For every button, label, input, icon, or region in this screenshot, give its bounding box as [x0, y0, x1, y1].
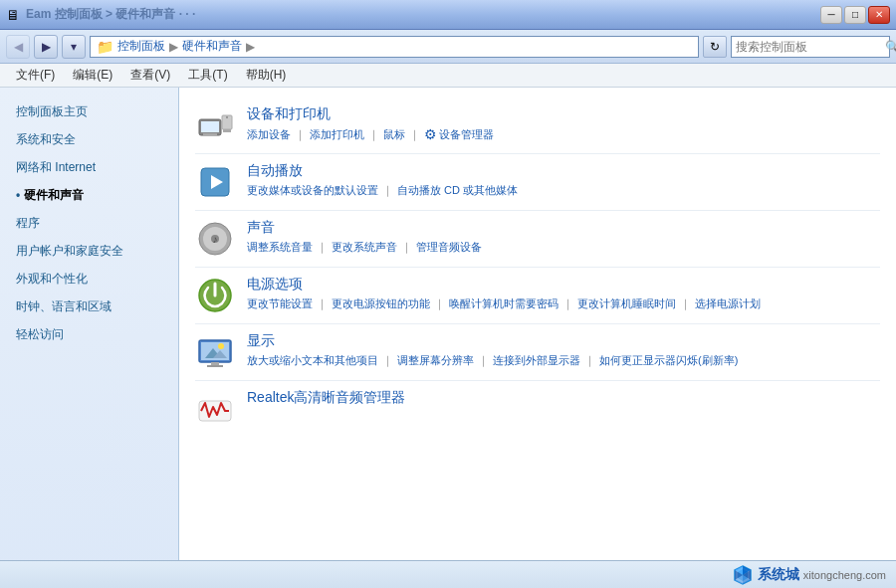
refresh-button[interactable]: ↻	[703, 36, 727, 58]
search-icon[interactable]: 🔍	[885, 38, 896, 56]
menu-view[interactable]: 查看(V)	[122, 65, 178, 86]
menu-edit[interactable]: 编辑(E)	[65, 65, 120, 86]
menu-tools[interactable]: 工具(T)	[180, 65, 235, 86]
main-content: 控制面板主页 系统和安全 网络和 Internet 硬件和声音 程序 用户帐户和…	[0, 88, 896, 587]
window-title: Eam 控制面板 > 硬件和声音 · · ·	[26, 6, 195, 23]
search-input[interactable]	[736, 40, 885, 54]
category-power: 电源选项 更改节能设置 ｜ 更改电源按钮的功能 ｜ 唤醒计算机时需要密码 ｜ 更…	[195, 268, 880, 324]
devices-title[interactable]: 设备和打印机	[247, 105, 880, 123]
restore-button[interactable]: □	[844, 6, 866, 24]
category-display: 显示 放大或缩小文本和其他项目 ｜ 调整屏幕分辨率 ｜ 连接到外部显示器 ｜ 如…	[195, 324, 880, 381]
devices-link-add-printer[interactable]: 添加打印机	[310, 127, 364, 142]
autoplay-icon	[195, 162, 235, 202]
title-bar-left: 🖥 Eam 控制面板 > 硬件和声音 · · ·	[6, 6, 820, 23]
breadcrumb: 📁 控制面板 ▶ 硬件和声音 ▶	[97, 38, 255, 55]
devices-icon	[195, 105, 235, 145]
forward-button[interactable]: ▶	[34, 35, 58, 59]
power-links: 更改节能设置 ｜ 更改电源按钮的功能 ｜ 唤醒计算机时需要密码 ｜ 更改计算机睡…	[247, 296, 880, 311]
sound-link-system-sound[interactable]: 更改系统声音	[332, 240, 397, 255]
back-button[interactable]: ◀	[6, 35, 30, 59]
power-link-wakeup[interactable]: 唤醒计算机时需要密码	[449, 296, 559, 311]
sound-icon: ♪	[195, 219, 235, 259]
window-icon: 🖥	[6, 7, 20, 23]
address-input[interactable]: 📁 控制面板 ▶ 硬件和声音 ▶	[90, 36, 699, 58]
sidebar-item-ease[interactable]: 轻松访问	[0, 320, 178, 348]
breadcrumb-sep-1: ▶	[169, 40, 178, 54]
display-link-external[interactable]: 连接到外部显示器	[493, 353, 580, 368]
display-link-zoom[interactable]: 放大或缩小文本和其他项目	[247, 353, 378, 368]
sound-links: 调整系统音量 ｜ 更改系统声音 ｜ 管理音频设备	[247, 240, 880, 255]
dropdown-button[interactable]: ▾	[62, 35, 86, 59]
breadcrumb-sep-2: ▶	[246, 40, 255, 54]
devices-links: 添加设备 ｜ 添加打印机 ｜ 鼠标 ｜ ⚙ 设备管理器	[247, 126, 880, 142]
sidebar-item-security[interactable]: 系统和安全	[0, 125, 178, 153]
display-link-refresh[interactable]: 如何更正显示器闪烁(刷新率)	[599, 353, 738, 368]
sidebar-item-home[interactable]: 控制面板主页	[0, 98, 178, 125]
content-area: 设备和打印机 添加设备 ｜ 添加打印机 ｜ 鼠标 ｜ ⚙ 设备管理器	[179, 88, 896, 587]
svg-point-19	[218, 343, 224, 349]
address-bar: ◀ ▶ ▾ 📁 控制面板 ▶ 硬件和声音 ▶ ↻ 🔍	[0, 30, 896, 64]
display-icon	[195, 332, 235, 372]
autoplay-link-cd[interactable]: 自动播放 CD 或其他媒体	[397, 183, 518, 198]
svg-rect-2	[203, 133, 217, 135]
display-title[interactable]: 显示	[247, 332, 880, 350]
devices-link-mouse[interactable]: 鼠标	[383, 127, 405, 142]
minimize-button[interactable]: ─	[820, 6, 842, 24]
sidebar-item-hardware[interactable]: 硬件和声音	[0, 181, 178, 209]
sound-info: 声音 调整系统音量 ｜ 更改系统声音 ｜ 管理音频设备	[247, 219, 880, 255]
svg-point-5	[226, 116, 228, 118]
sidebar-item-clock[interactable]: 时钟、语言和区域	[0, 293, 178, 320]
menu-help[interactable]: 帮助(H)	[238, 65, 295, 86]
category-devices: 设备和打印机 添加设备 ｜ 添加打印机 ｜ 鼠标 ｜ ⚙ 设备管理器	[195, 98, 880, 154]
sidebar-item-network[interactable]: 网络和 Internet	[0, 153, 178, 181]
autoplay-title[interactable]: 自动播放	[247, 162, 880, 180]
category-autoplay: 自动播放 更改媒体或设备的默认设置 ｜ 自动播放 CD 或其他媒体	[195, 154, 880, 211]
devices-info: 设备和打印机 添加设备 ｜ 添加打印机 ｜ 鼠标 ｜ ⚙ 设备管理器	[247, 105, 880, 142]
title-bar: 🖥 Eam 控制面板 > 硬件和声音 · · · ─ □ ✕	[0, 0, 896, 30]
menu-bar: 文件(F) 编辑(E) 查看(V) 工具(T) 帮助(H)	[0, 64, 896, 88]
watermark-logo	[732, 564, 754, 586]
realtek-info: Realtek高清晰音频管理器	[247, 389, 880, 410]
bottom-bar: 系统城 xitongcheng.com	[0, 560, 896, 588]
sound-link-volume[interactable]: 调整系统音量	[247, 240, 313, 255]
realtek-title[interactable]: Realtek高清晰音频管理器	[247, 389, 880, 407]
autoplay-link-default[interactable]: 更改媒体或设备的默认设置	[247, 183, 378, 198]
sidebar-item-users[interactable]: 用户帐户和家庭安全	[0, 237, 178, 265]
breadcrumb-folder-icon: 📁	[97, 39, 113, 55]
power-link-sleep[interactable]: 更改计算机睡眠时间	[577, 296, 676, 311]
breadcrumb-root[interactable]: 控制面板	[117, 38, 165, 55]
breadcrumb-current[interactable]: 硬件和声音	[182, 38, 242, 55]
power-link-button[interactable]: 更改电源按钮的功能	[332, 296, 430, 311]
power-icon	[195, 276, 235, 315]
watermark: 系统城 xitongcheng.com	[732, 564, 886, 586]
autoplay-links: 更改媒体或设备的默认设置 ｜ 自动播放 CD 或其他媒体	[247, 183, 880, 198]
search-box: 🔍	[731, 36, 890, 58]
sound-link-manage[interactable]: 管理音频设备	[416, 240, 482, 255]
svg-rect-15	[211, 362, 219, 365]
power-link-settings[interactable]: 更改节能设置	[247, 296, 313, 311]
autoplay-info: 自动播放 更改媒体或设备的默认设置 ｜ 自动播放 CD 或其他媒体	[247, 162, 880, 198]
devices-link-add-device[interactable]: 添加设备	[247, 127, 291, 142]
svg-text:♪: ♪	[213, 234, 218, 245]
category-sound: ♪ 声音 调整系统音量 ｜ 更改系统声音 ｜ 管理音频设备	[195, 211, 880, 268]
svg-rect-1	[201, 121, 219, 132]
svg-rect-4	[223, 129, 231, 132]
display-link-resolution[interactable]: 调整屏幕分辨率	[397, 353, 474, 368]
close-button[interactable]: ✕	[868, 6, 890, 24]
svg-rect-16	[207, 365, 223, 367]
sidebar-item-appearance[interactable]: 外观和个性化	[0, 265, 178, 293]
sidebar-item-programs[interactable]: 程序	[0, 209, 178, 237]
power-link-plan[interactable]: 选择电源计划	[695, 296, 761, 311]
title-bar-controls: ─ □ ✕	[820, 6, 890, 24]
power-info: 电源选项 更改节能设置 ｜ 更改电源按钮的功能 ｜ 唤醒计算机时需要密码 ｜ 更…	[247, 276, 880, 311]
sidebar: 控制面板主页 系统和安全 网络和 Internet 硬件和声音 程序 用户帐户和…	[0, 88, 179, 587]
menu-file[interactable]: 文件(F)	[8, 65, 63, 86]
display-info: 显示 放大或缩小文本和其他项目 ｜ 调整屏幕分辨率 ｜ 连接到外部显示器 ｜ 如…	[247, 332, 880, 368]
watermark-text: 系统城	[758, 566, 799, 584]
category-realtek: Realtek高清晰音频管理器	[195, 381, 880, 437]
realtek-icon	[195, 389, 235, 429]
power-title[interactable]: 电源选项	[247, 276, 880, 294]
watermark-url: xitongcheng.com	[803, 569, 886, 581]
sound-title[interactable]: 声音	[247, 219, 880, 237]
devices-link-device-manager[interactable]: ⚙ 设备管理器	[424, 126, 494, 142]
